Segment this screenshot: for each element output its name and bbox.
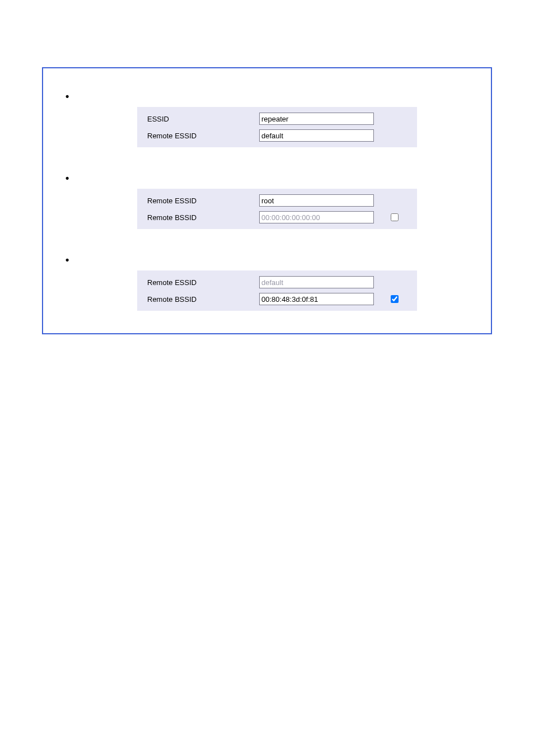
- remote-essid-label: Remote ESSID: [147, 197, 259, 205]
- field-control: [259, 276, 413, 288]
- field-row: Remote ESSID: [147, 192, 413, 209]
- field-row: Remote BSSID: [147, 291, 413, 307]
- section-bullet: [54, 91, 457, 102]
- remote-essid-label: Remote ESSID: [147, 278, 259, 287]
- section-1: ESSID Remote ESSID: [54, 91, 457, 147]
- field-control: [259, 113, 413, 125]
- remote-essid-input[interactable]: [259, 129, 374, 142]
- field-row: ESSID: [147, 110, 413, 127]
- remote-bssid-checkbox[interactable]: [391, 213, 399, 221]
- section-2: Remote ESSID Remote BSSID: [54, 172, 457, 229]
- remote-essid-input[interactable]: [259, 276, 374, 288]
- section-bullet: [54, 254, 457, 266]
- field-table: Remote ESSID Remote BSSID: [137, 270, 417, 311]
- essid-input[interactable]: [259, 113, 374, 125]
- field-row: Remote ESSID: [147, 127, 413, 144]
- section-bullet: [54, 172, 457, 184]
- remote-bssid-label: Remote BSSID: [147, 295, 259, 304]
- field-row: Remote BSSID: [147, 209, 413, 226]
- field-table: Remote ESSID Remote BSSID: [137, 189, 417, 229]
- field-control: [259, 211, 413, 223]
- field-control: [259, 293, 413, 305]
- field-control: [259, 194, 413, 207]
- field-control: [259, 129, 413, 142]
- remote-bssid-checkbox[interactable]: [391, 295, 399, 303]
- remote-bssid-input[interactable]: [259, 293, 374, 305]
- config-panel: ESSID Remote ESSID Remote ESSID: [42, 67, 492, 334]
- essid-label: ESSID: [147, 115, 259, 123]
- remote-essid-label: Remote ESSID: [147, 132, 259, 140]
- field-table: ESSID Remote ESSID: [137, 107, 417, 147]
- remote-bssid-label: Remote BSSID: [147, 213, 259, 222]
- section-3: Remote ESSID Remote BSSID: [54, 254, 457, 311]
- remote-bssid-input[interactable]: [259, 211, 374, 223]
- field-row: Remote ESSID: [147, 274, 413, 291]
- remote-essid-input[interactable]: [259, 194, 374, 207]
